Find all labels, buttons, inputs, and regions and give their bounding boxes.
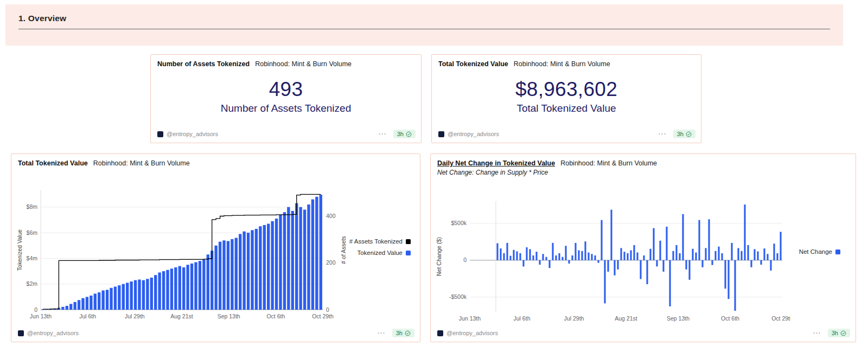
section-divider bbox=[18, 29, 830, 29]
card-total-tokenized-value: Total Tokenized Value Robinhood: Mint & … bbox=[431, 54, 701, 143]
svg-text:Oct 6th: Oct 6th bbox=[721, 315, 739, 322]
tokenized-value-combo-chart[interactable]: 0$2m$4m$6m$8m0200400Jun 13thJul 6thJul 2… bbox=[16, 184, 352, 326]
legend-swatch bbox=[406, 239, 411, 244]
bars bbox=[496, 204, 781, 311]
stat-label: Number of Assets Tokenized bbox=[221, 103, 351, 114]
svg-text:Oct 29th: Oct 29th bbox=[771, 315, 790, 322]
svg-text:0: 0 bbox=[34, 306, 37, 313]
svg-text:400: 400 bbox=[326, 213, 336, 219]
more-menu-icon[interactable]: ⋯ bbox=[377, 330, 386, 336]
svg-text:Jul 6th: Jul 6th bbox=[79, 313, 96, 319]
svg-text:Jun 13th: Jun 13th bbox=[30, 313, 52, 319]
more-menu-icon[interactable]: ⋯ bbox=[658, 131, 667, 137]
entropy-advisors-logo-icon bbox=[18, 330, 24, 336]
author: @entropy_advisors bbox=[437, 330, 498, 336]
card-actions: ⋯ 3h bbox=[377, 329, 414, 337]
svg-text:# of Assets: # of Assets bbox=[340, 236, 347, 264]
card-tokenized-value-chart: Total Tokenized Value Robinhood: Mint & … bbox=[11, 153, 420, 342]
entropy-advisors-logo-icon bbox=[157, 131, 163, 137]
chart-note: Net Change: Change in Supply * Price bbox=[431, 167, 856, 176]
stat-value: $8,963,602 bbox=[515, 78, 617, 101]
chart-area: 0$2m$4m$6m$8m0200400Jun 13thJul 6thJul 2… bbox=[11, 167, 420, 326]
stat-label: Total Tokenized Value bbox=[516, 103, 616, 114]
check-circle-icon bbox=[840, 330, 846, 336]
card-actions: ⋯ 3h bbox=[813, 329, 850, 337]
section-title: 1. Overview bbox=[18, 14, 830, 23]
svg-text:Sep 13th: Sep 13th bbox=[667, 315, 690, 322]
legend-item[interactable]: Tokenized Value bbox=[352, 249, 411, 256]
svg-text:Jul 29th: Jul 29th bbox=[125, 313, 145, 319]
svg-text:Sep 13th: Sep 13th bbox=[218, 313, 240, 319]
card-subtitle: Robinhood: Mint & Burn Volume bbox=[93, 159, 190, 167]
author: @entropy_advisors bbox=[438, 131, 499, 137]
card-subtitle: Robinhood: Mint & Burn Volume bbox=[560, 159, 657, 167]
legend-label: # Assets Tokenized bbox=[349, 238, 403, 245]
author-handle: @entropy_advisors bbox=[27, 330, 79, 336]
stat-value: 493 bbox=[269, 78, 303, 101]
card-actions: ⋯ 3h bbox=[658, 130, 695, 138]
card-footer: @entropy_advisors ⋯ 3h bbox=[431, 326, 856, 342]
freshness-badge[interactable]: 3h bbox=[392, 329, 414, 337]
badge-text: 3h bbox=[832, 330, 838, 336]
check-circle-icon bbox=[406, 131, 412, 137]
svg-text:$4m: $4m bbox=[27, 255, 38, 261]
chart-legend: # Assets TokenizedTokenized Value bbox=[352, 168, 411, 326]
stat-body: 493 Number of Assets Tokenized bbox=[151, 66, 421, 127]
author: @entropy_advisors bbox=[18, 330, 79, 336]
author-handle: @entropy_advisors bbox=[448, 131, 499, 137]
section-header: 1. Overview bbox=[5, 4, 843, 46]
svg-text:-$500k: -$500k bbox=[449, 293, 467, 300]
card-header: Daily Net Change in Tokenized Value Robi… bbox=[431, 154, 856, 167]
card-net-change-chart: Daily Net Change in Tokenized Value Robi… bbox=[430, 153, 856, 342]
legend-swatch bbox=[835, 249, 840, 254]
entropy-advisors-logo-icon bbox=[437, 330, 443, 336]
svg-text:Aug 21st: Aug 21st bbox=[615, 315, 637, 322]
check-circle-icon bbox=[686, 131, 692, 137]
more-menu-icon[interactable]: ⋯ bbox=[813, 330, 821, 336]
svg-text:Oct 6th: Oct 6th bbox=[266, 313, 285, 319]
chart-legend: Net Change bbox=[790, 177, 840, 326]
check-circle-icon bbox=[405, 330, 411, 336]
svg-text:Aug 21st: Aug 21st bbox=[170, 313, 193, 319]
entropy-advisors-logo-icon bbox=[438, 131, 444, 137]
legend-swatch bbox=[406, 251, 411, 255]
svg-text:$8m: $8m bbox=[27, 203, 38, 210]
chart-area: $500k0-$500kJun 13thJul 6thJul 29thAug 2… bbox=[431, 176, 856, 326]
card-footer: @entropy_advisors ⋯ 3h bbox=[151, 127, 421, 143]
more-menu-icon[interactable]: ⋯ bbox=[378, 131, 387, 137]
svg-text:0: 0 bbox=[326, 306, 329, 313]
author-handle: @entropy_advisors bbox=[446, 330, 498, 336]
card-title: Total Tokenized Value bbox=[18, 159, 88, 167]
legend-item[interactable]: # Assets Tokenized bbox=[352, 238, 411, 245]
freshness-badge[interactable]: 3h bbox=[393, 130, 416, 138]
legend-label: Net Change bbox=[799, 248, 832, 255]
badge-text: 3h bbox=[396, 330, 403, 336]
net-change-bar-chart[interactable]: $500k0-$500kJun 13thJul 6thJul 29thAug 2… bbox=[435, 196, 790, 326]
stat-body: $8,963,602 Total Tokenized Value bbox=[432, 66, 701, 127]
svg-text:Jul 29th: Jul 29th bbox=[564, 315, 584, 322]
dashboard-page: 1. Overview Number of Assets Tokenized R… bbox=[0, 0, 868, 352]
svg-text:Jun 13th: Jun 13th bbox=[459, 315, 481, 322]
badge-text: 3h bbox=[677, 131, 684, 137]
svg-text:200: 200 bbox=[326, 259, 336, 266]
svg-text:Tokenized Value: Tokenized Value bbox=[16, 229, 23, 271]
svg-text:0: 0 bbox=[463, 257, 467, 263]
author: @entropy_advisors bbox=[157, 131, 218, 137]
badge-text: 3h bbox=[397, 131, 404, 137]
svg-text:Oct 29th: Oct 29th bbox=[312, 313, 334, 319]
legend-label: Tokenized Value bbox=[357, 249, 403, 256]
legend-item[interactable]: Net Change bbox=[790, 248, 840, 255]
card-actions: ⋯ 3h bbox=[378, 130, 416, 138]
svg-text:Jul 6th: Jul 6th bbox=[514, 315, 531, 322]
svg-text:$2m: $2m bbox=[27, 280, 38, 287]
card-footer: @entropy_advisors ⋯ 3h bbox=[432, 127, 701, 143]
bars bbox=[41, 195, 322, 310]
card-header: Total Tokenized Value Robinhood: Mint & … bbox=[11, 154, 420, 167]
svg-text:$500k: $500k bbox=[451, 220, 467, 226]
card-footer: @entropy_advisors ⋯ 3h bbox=[11, 326, 420, 342]
freshness-badge[interactable]: 3h bbox=[673, 130, 695, 138]
svg-text:$6m: $6m bbox=[27, 229, 38, 236]
card-number-of-assets: Number of Assets Tokenized Robinhood: Mi… bbox=[150, 54, 422, 143]
author-handle: @entropy_advisors bbox=[167, 131, 218, 137]
freshness-badge[interactable]: 3h bbox=[828, 329, 850, 337]
